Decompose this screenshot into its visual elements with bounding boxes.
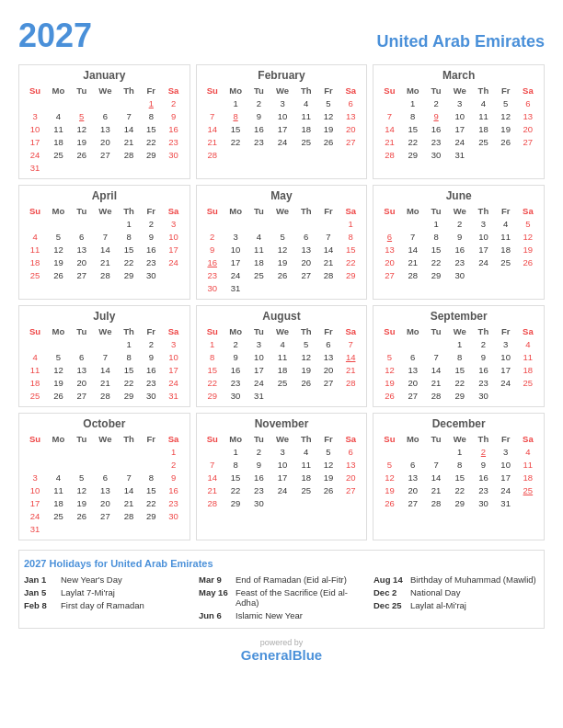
calendar-cell: 19 <box>270 256 295 268</box>
calendar-cell: 22 <box>447 483 472 496</box>
calendar-cell: 11 <box>46 122 70 135</box>
calendar-cell: 22 <box>339 256 362 268</box>
calendar-cell: 29 <box>224 496 247 509</box>
calendar-cell: 1 <box>339 217 362 230</box>
calendar-cell <box>24 337 46 350</box>
calendar-cell <box>317 389 339 402</box>
calendar-cell: 4 <box>295 97 317 109</box>
calendar-cell: 9 <box>472 350 494 363</box>
calendar-cell <box>24 217 46 230</box>
calendar-cell: 26 <box>46 268 70 281</box>
month-name: July <box>24 310 185 323</box>
calendar-cell: 4 <box>24 230 46 243</box>
calendar-cell: 14 <box>378 122 400 135</box>
calendar-cell: 26 <box>378 496 400 509</box>
calendar-cell: 13 <box>339 458 362 471</box>
calendar-cell: 24 <box>270 135 295 148</box>
calendar-cell: 7 <box>425 458 447 471</box>
calendar-cell: 2 <box>162 97 184 109</box>
calendar-cell: 13 <box>71 243 93 256</box>
calendar-cell: 19 <box>317 471 339 483</box>
calendar-cell: 11 <box>517 350 539 363</box>
calendar-cell: 28 <box>401 268 425 281</box>
calendar-cell: 16 <box>224 363 247 376</box>
calendar-cell: 30 <box>247 496 270 509</box>
calendar-cell: 28 <box>339 376 362 389</box>
calendar-cell: 8 <box>224 109 247 122</box>
calendar-cell: 26 <box>71 148 93 161</box>
year-title: 2027 <box>18 17 92 55</box>
calendar-cell: 2 <box>140 217 162 230</box>
calendar-cell <box>201 97 224 109</box>
calendar-cell: 21 <box>425 376 447 389</box>
holiday-item: Aug 14Birthday of Muhammad (Mawlid) <box>373 574 539 585</box>
calendar-cell: 10 <box>472 230 494 243</box>
calendar-cell <box>140 522 162 535</box>
calendar-cell: 20 <box>339 122 362 135</box>
calendar-cell: 13 <box>517 109 539 122</box>
calendar-cell: 17 <box>270 122 295 135</box>
calendar-cell: 30 <box>472 496 494 509</box>
calendar-cell <box>24 445 46 458</box>
holiday-item: Jun 6Islamic New Year <box>199 610 364 620</box>
calendar-cell: 31 <box>447 148 472 161</box>
calendar-cell: 14 <box>118 483 140 496</box>
calendar-cell: 17 <box>495 471 517 483</box>
calendar-cell <box>46 445 70 458</box>
calendar-cell: 17 <box>247 363 270 376</box>
calendar-cell: 30 <box>140 389 162 402</box>
calendar-cell: 3 <box>162 217 184 230</box>
calendar-cell: 21 <box>401 256 425 268</box>
calendar-cell: 14 <box>118 122 140 135</box>
calendar-cell: 17 <box>472 243 494 256</box>
calendar-cell: 4 <box>472 97 494 109</box>
holidays-columns: Jan 1New Year's DayJan 5Laylat 7-Mi'rajF… <box>24 574 539 623</box>
calendar-cell: 19 <box>46 376 70 389</box>
calendar-cell: 24 <box>24 148 46 161</box>
calendar-cell <box>495 389 517 402</box>
calendar-cell: 30 <box>447 268 472 281</box>
calendar-cell: 3 <box>270 97 295 109</box>
calendar-cell <box>425 445 447 458</box>
calendar-cell: 17 <box>495 363 517 376</box>
month-block-september: SeptemberSuMoTuWeThFrSa12345678910111213… <box>373 305 545 407</box>
calendar-cell: 29 <box>201 389 224 402</box>
calendars-grid: JanuarySuMoTuWeThFrSa1234567891011121314… <box>18 64 545 540</box>
calendar-table: SuMoTuWeThFrSa12345678910111213141516171… <box>201 433 362 509</box>
calendar-cell: 3 <box>24 471 46 483</box>
calendar-cell: 13 <box>295 243 317 256</box>
calendar-cell: 6 <box>339 97 362 109</box>
calendar-cell: 16 <box>447 243 472 256</box>
calendar-cell: 20 <box>93 135 118 148</box>
calendar-cell: 26 <box>378 389 400 402</box>
calendar-cell: 5 <box>71 471 93 483</box>
calendar-cell <box>378 337 400 350</box>
calendar-cell: 3 <box>495 337 517 350</box>
calendar-cell: 4 <box>517 445 539 458</box>
holiday-name: National Day <box>410 587 460 597</box>
calendar-cell: 1 <box>118 337 140 350</box>
calendar-cell: 5 <box>378 350 400 363</box>
month-block-march: MarchSuMoTuWeThFrSa123456789101112131415… <box>373 64 545 179</box>
brand: GeneralBlue <box>18 647 545 663</box>
calendar-cell: 10 <box>495 350 517 363</box>
calendar-cell: 23 <box>425 135 447 148</box>
calendar-cell: 22 <box>140 496 162 509</box>
calendar-cell: 25 <box>46 148 70 161</box>
calendar-cell: 28 <box>93 268 118 281</box>
calendar-cell: 5 <box>46 350 70 363</box>
calendar-cell: 13 <box>93 122 118 135</box>
calendar-cell <box>93 445 118 458</box>
calendar-cell: 18 <box>472 122 494 135</box>
calendar-cell: 6 <box>401 350 425 363</box>
calendar-cell: 22 <box>118 376 140 389</box>
calendar-cell: 10 <box>247 350 270 363</box>
calendar-cell: 22 <box>140 135 162 148</box>
calendar-cell: 3 <box>162 337 184 350</box>
calendar-cell: 9 <box>247 458 270 471</box>
calendar-cell: 18 <box>517 471 539 483</box>
calendar-cell: 18 <box>46 135 70 148</box>
calendar-cell <box>472 148 494 161</box>
holiday-date: Dec 25 <box>373 600 405 610</box>
calendar-cell: 17 <box>447 122 472 135</box>
